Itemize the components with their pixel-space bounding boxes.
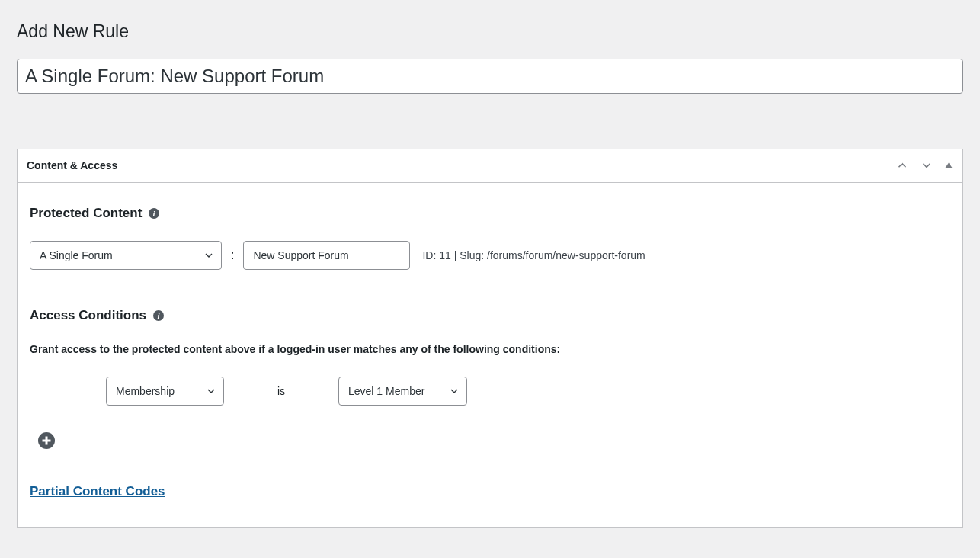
- protected-content-row: A Single Forum : New Support Forum ID: 1…: [30, 241, 950, 270]
- chevron-down-icon: [205, 385, 217, 397]
- add-condition-button[interactable]: [37, 431, 56, 450]
- access-conditions-heading: Access Conditions i: [30, 308, 950, 323]
- content-item-value: New Support Forum: [253, 249, 348, 261]
- access-conditions-label: Access Conditions: [30, 308, 146, 323]
- content-meta-text: ID: 11 | Slug: /forums/forum/new-support…: [422, 249, 645, 261]
- separator: :: [231, 249, 234, 262]
- content-type-value: A Single Forum: [40, 249, 113, 261]
- move-down-icon[interactable]: [920, 159, 934, 172]
- chevron-down-icon: [448, 385, 460, 397]
- condition-type-select[interactable]: Membership: [106, 377, 224, 406]
- content-type-select[interactable]: A Single Forum: [30, 241, 222, 270]
- metabox-body: Protected Content i A Single Forum : New…: [18, 183, 962, 527]
- metabox-controls: [895, 159, 953, 172]
- condition-row: Membership is Level 1 Member: [106, 377, 950, 406]
- info-icon[interactable]: i: [152, 309, 165, 322]
- content-access-metabox: Content & Access Protected Content i A S…: [17, 149, 963, 528]
- rule-title-input[interactable]: [17, 59, 963, 94]
- info-icon[interactable]: i: [148, 207, 160, 220]
- partial-content-codes-link[interactable]: Partial Content Codes: [30, 484, 165, 499]
- metabox-header: Content & Access: [18, 149, 962, 183]
- condition-value-text: Level 1 Member: [348, 385, 424, 397]
- condition-value-select[interactable]: Level 1 Member: [338, 377, 467, 406]
- metabox-title: Content & Access: [27, 159, 895, 172]
- condition-type-value: Membership: [116, 385, 175, 397]
- page-title: Add New Rule: [17, 14, 963, 46]
- chevron-down-icon: [203, 249, 215, 261]
- condition-operator: is: [224, 385, 338, 397]
- content-item-input[interactable]: New Support Forum: [243, 241, 410, 270]
- access-description: Grant access to the protected content ab…: [30, 343, 950, 355]
- move-up-icon[interactable]: [895, 159, 909, 172]
- protected-content-label: Protected Content: [30, 206, 142, 221]
- protected-content-heading: Protected Content i: [30, 206, 950, 221]
- svg-marker-0: [945, 163, 953, 168]
- toggle-panel-icon[interactable]: [944, 161, 953, 170]
